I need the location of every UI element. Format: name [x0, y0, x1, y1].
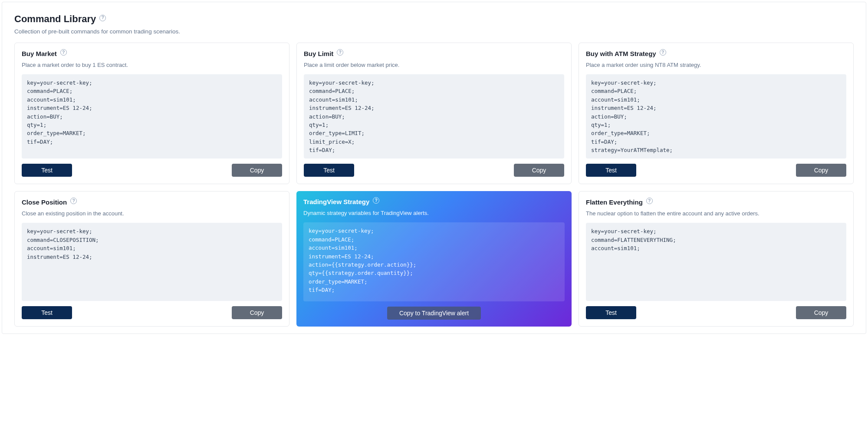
card-title: Buy with ATM Strategy ? — [586, 50, 846, 57]
copy-button[interactable]: Copy — [232, 306, 282, 319]
card-buy-atm-strategy: Buy with ATM Strategy ? Place a market o… — [579, 43, 854, 184]
code-block[interactable]: key=your-secret-key; command=FLATTENEVER… — [586, 223, 846, 301]
card-description: Place a limit order below market price. — [304, 62, 564, 68]
card-title: Buy Market ? — [22, 50, 282, 57]
card-buy-limit: Buy Limit ? Place a limit order below ma… — [296, 43, 572, 184]
card-title: Close Position ? — [22, 198, 282, 206]
help-icon[interactable]: ? — [337, 49, 343, 56]
help-icon[interactable]: ? — [646, 198, 653, 204]
page-title-text: Command Library — [14, 13, 96, 25]
help-icon[interactable]: ? — [373, 197, 379, 204]
help-icon[interactable]: ? — [70, 198, 77, 204]
code-block[interactable]: key=your-secret-key; command=PLACE; acco… — [586, 74, 846, 159]
card-title-text: Flatten Everything — [586, 198, 643, 206]
card-title-text: Buy Market — [22, 50, 57, 57]
card-title: Flatten Everything ? — [586, 198, 846, 206]
card-actions: Test Copy — [22, 306, 282, 319]
card-title-text: Buy with ATM Strategy — [586, 50, 656, 57]
cards-grid: Buy Market ? Place a market order to buy… — [14, 43, 854, 327]
card-actions: Copy to TradingView alert — [303, 307, 565, 320]
copy-button[interactable]: Copy — [796, 164, 846, 177]
code-block[interactable]: key=your-secret-key; command=PLACE; acco… — [303, 222, 565, 301]
page-subtitle: Collection of pre-built commands for com… — [14, 28, 854, 35]
help-icon[interactable]: ? — [60, 49, 67, 56]
test-button[interactable]: Test — [22, 164, 72, 177]
code-block[interactable]: key=your-secret-key; command=PLACE; acco… — [22, 74, 282, 159]
card-tradingview-strategy: TradingView Strategy ? Dynamic strategy … — [296, 191, 572, 327]
card-title-text: Close Position — [22, 198, 67, 206]
copy-button[interactable]: Copy — [232, 164, 282, 177]
card-title-text: TradingView Strategy — [303, 198, 369, 205]
test-button[interactable]: Test — [304, 164, 354, 177]
card-buy-market: Buy Market ? Place a market order to buy… — [14, 43, 289, 184]
test-button[interactable]: Test — [586, 164, 636, 177]
test-button[interactable]: Test — [22, 306, 72, 319]
page-title: Command Library ? — [14, 13, 106, 25]
card-title-text: Buy Limit — [304, 50, 333, 57]
code-block[interactable]: key=your-secret-key; command=CLOSEPOSITI… — [22, 223, 282, 301]
card-actions: Test Copy — [304, 164, 564, 177]
card-description: Place a market order using NT8 ATM strat… — [586, 62, 846, 68]
card-actions: Test Copy — [586, 164, 846, 177]
card-close-position: Close Position ? Close an existing posit… — [14, 191, 289, 327]
code-block[interactable]: key=your-secret-key; command=PLACE; acco… — [304, 74, 564, 159]
card-description: The nuclear option to flatten the entire… — [586, 210, 846, 217]
copy-button[interactable]: Copy — [796, 306, 846, 319]
copy-tradingview-button[interactable]: Copy to TradingView alert — [387, 307, 481, 320]
card-description: Close an existing position in the accoun… — [22, 210, 282, 217]
card-actions: Test Copy — [22, 164, 282, 177]
card-title: TradingView Strategy ? — [303, 198, 565, 205]
test-button[interactable]: Test — [586, 306, 636, 319]
card-description: Dynamic strategy variables for TradingVi… — [303, 210, 565, 216]
card-description: Place a market order to buy 1 ES contrac… — [22, 62, 282, 68]
card-title: Buy Limit ? — [304, 50, 564, 57]
card-flatten-everything: Flatten Everything ? The nuclear option … — [579, 191, 854, 327]
help-icon[interactable]: ? — [99, 15, 106, 21]
command-library-panel: Command Library ? Collection of pre-buil… — [2, 2, 866, 334]
card-actions: Test Copy — [586, 306, 846, 319]
page-header: Command Library ? Collection of pre-buil… — [14, 13, 854, 35]
copy-button[interactable]: Copy — [514, 164, 564, 177]
help-icon[interactable]: ? — [660, 49, 666, 56]
